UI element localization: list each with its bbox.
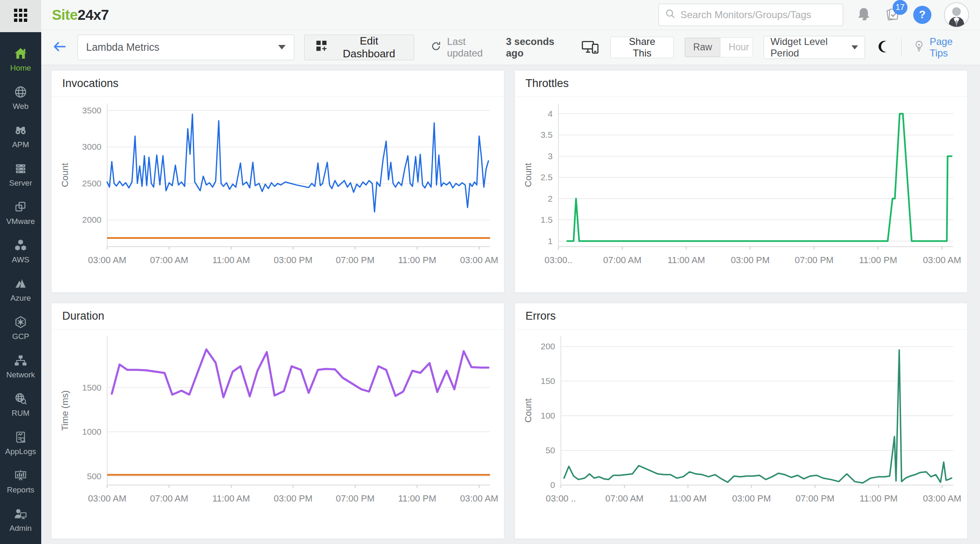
sidebar-item-azure[interactable]: Azure [0, 271, 41, 309]
svg-text:0: 0 [550, 480, 555, 490]
svg-text:Count: Count [60, 163, 70, 187]
svg-text:3000: 3000 [82, 142, 101, 151]
svg-text:03:00 PM: 03:00 PM [274, 255, 312, 265]
app-root: HomeWebAPMServerVMwareAWSAzureGCPNetwork… [0, 0, 980, 544]
svg-text:03:00 ..: 03:00 .. [546, 493, 576, 504]
sidebar-item-aws[interactable]: AWS [0, 232, 41, 271]
chevron-down-icon [278, 45, 286, 49]
svg-text:11:00 PM: 11:00 PM [860, 493, 898, 504]
throttles-chart: 11.522.533.5403:00..07:00 AM11:00 AM03:0… [515, 97, 967, 292]
svg-text:200: 200 [541, 341, 555, 351]
mode-raw-label: Raw [693, 42, 712, 53]
mode-raw[interactable]: Raw [685, 38, 720, 57]
svg-text:11:00 AM: 11:00 AM [668, 255, 705, 265]
admin-icon [14, 507, 28, 521]
duration-card: Duration 5001000150003:00 AM07:00 AM11:0… [51, 303, 504, 539]
sidebar-item-web[interactable]: Web [0, 79, 41, 117]
svg-text:03:00 AM: 03:00 AM [460, 493, 498, 504]
svg-text:Time (ms): Time (ms) [60, 390, 70, 431]
svg-text:03:00 AM: 03:00 AM [460, 255, 498, 265]
search-input[interactable] [680, 9, 837, 21]
svg-text:07:00 PM: 07:00 PM [795, 255, 834, 265]
search-icon [665, 8, 676, 21]
sidebar-item-applogs[interactable]: AppLogs [0, 424, 41, 462]
edit-dashboard-label: Edit Dashboard [334, 35, 404, 60]
svg-text:11:00 AM: 11:00 AM [212, 255, 250, 265]
dark-mode-toggle[interactable] [876, 39, 891, 56]
mode-hour[interactable]: Hour [720, 38, 753, 57]
topbar: Site24x7 17 [41, 0, 980, 30]
svg-text:07:00 AM: 07:00 AM [150, 493, 188, 504]
sidebar-item-server[interactable]: Server [0, 155, 41, 194]
svg-text:03:00 AM: 03:00 AM [88, 255, 127, 265]
svg-text:03:00..: 03:00.. [544, 255, 572, 265]
edit-dashboard-button[interactable]: Edit Dashboard [304, 35, 414, 60]
tasks-button[interactable]: 17 [884, 6, 901, 24]
header-divider [901, 38, 902, 57]
sidebar-item-admin[interactable]: Admin [0, 501, 41, 539]
svg-text:2: 2 [548, 194, 553, 203]
svg-text:500: 500 [87, 471, 101, 481]
svg-text:1: 1 [548, 236, 553, 246]
logo-text-dark: 24x7 [77, 7, 109, 23]
svg-text:11:00 AM: 11:00 AM [212, 493, 250, 504]
svg-text:3: 3 [548, 151, 553, 161]
errors-title: Errors [525, 310, 556, 323]
throttles-card: Throttles 11.522.533.5403:00..07:00 AM11… [514, 70, 968, 293]
svg-text:07:00 PM: 07:00 PM [336, 255, 375, 265]
dashboard-selector[interactable]: Lambda Metrics [77, 35, 294, 60]
site24x7-logo[interactable]: Site24x7 [52, 7, 109, 23]
sidebar-item-rum[interactable]: RUM [0, 386, 41, 424]
svg-text:1500: 1500 [82, 383, 101, 392]
user-avatar[interactable] [944, 2, 969, 28]
main-column: Site24x7 17 [41, 0, 980, 544]
reports-icon [14, 469, 28, 483]
topbar-right: 17 ? [659, 2, 969, 28]
svg-text:11:00 PM: 11:00 PM [398, 255, 436, 265]
duration-title: Duration [62, 310, 104, 323]
devices-view-button[interactable] [581, 38, 600, 57]
dashboard-header: Lambda Metrics Edit Dashboard Last updat… [41, 30, 980, 66]
refresh-icon[interactable] [430, 40, 442, 55]
throttles-title: Throttles [525, 77, 569, 90]
sidebar-item-network[interactable]: Network [0, 347, 41, 386]
notifications-button[interactable] [856, 6, 872, 24]
svg-text:07:00 PM: 07:00 PM [796, 493, 835, 504]
vmware-icon [14, 200, 28, 214]
share-this-button[interactable]: Share This [610, 37, 674, 58]
mode-hour-label: Hour [729, 42, 749, 53]
svg-text:2.5: 2.5 [541, 172, 553, 182]
last-updated-prefix: Last updated [447, 36, 501, 59]
question-icon: ? [919, 8, 926, 21]
svg-text:50: 50 [546, 445, 555, 455]
azure-icon [14, 277, 28, 291]
sidebar-item-apm[interactable]: APM [0, 117, 41, 155]
sidebar-item-vmware[interactable]: VMware [0, 194, 41, 232]
header-right-cluster: Share This Raw Hour Widget Level Period [581, 36, 969, 59]
widget-level-period-select[interactable]: Widget Level Period [764, 36, 865, 59]
svg-text:Count: Count [523, 163, 533, 187]
global-search [659, 4, 843, 26]
page-tips-label: Page Tips [930, 36, 969, 59]
svg-text:07:00 PM: 07:00 PM [336, 493, 375, 504]
sidebar-item-gcp[interactable]: GCP [0, 309, 41, 347]
aws-icon [14, 238, 28, 252]
svg-text:03:00 PM: 03:00 PM [274, 493, 312, 504]
svg-text:2500: 2500 [82, 179, 101, 188]
server-icon [14, 162, 28, 176]
svg-text:1000: 1000 [82, 427, 101, 436]
help-button[interactable]: ? [913, 6, 931, 24]
sidebar-item-home[interactable]: Home [0, 40, 41, 79]
sidebar-item-reports[interactable]: Reports [0, 462, 41, 501]
dashboard-grid: Invocations 200025003000350003:00 AM07:0… [41, 65, 980, 544]
page-tips-button[interactable]: Page Tips [912, 36, 969, 59]
svg-text:1.5: 1.5 [541, 215, 553, 224]
share-this-label: Share This [620, 36, 664, 59]
svg-text:2000: 2000 [82, 215, 101, 224]
invocations-chart: 200025003000350003:00 AM07:00 AM11:00 AM… [52, 97, 504, 292]
logo-text-green: Site [52, 7, 77, 23]
app-grid-button[interactable] [0, 0, 41, 32]
edit-dashboard-icon [314, 39, 328, 56]
back-button[interactable] [52, 39, 68, 56]
home-icon [14, 47, 28, 61]
